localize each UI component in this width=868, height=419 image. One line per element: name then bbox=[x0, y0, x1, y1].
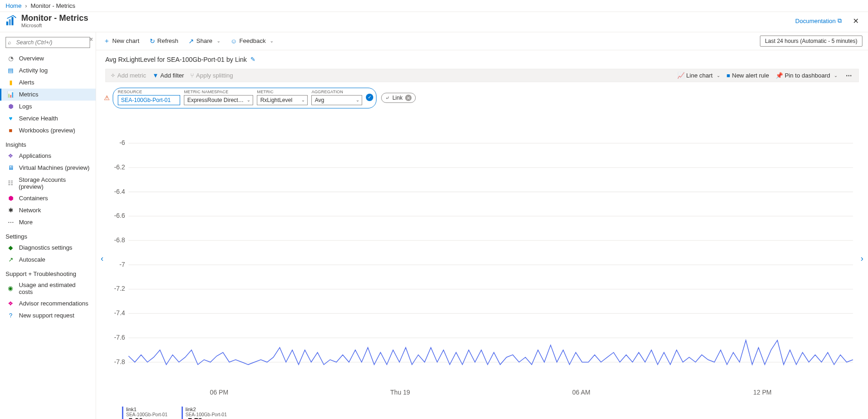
time-range-button[interactable]: Last 24 hours (Automatic - 5 minutes) bbox=[760, 36, 862, 47]
sidebar-item-metrics[interactable]: 📊Metrics bbox=[0, 89, 96, 101]
svg-text:-6: -6 bbox=[119, 139, 125, 146]
sidebar-item-label: Service Health bbox=[19, 115, 58, 122]
chevron-down-icon: ⌄ bbox=[834, 73, 838, 78]
search-input[interactable] bbox=[6, 37, 90, 48]
sidebar-item-logs[interactable]: ⬢Logs bbox=[0, 101, 96, 113]
sidebar-item-icon: ✱ bbox=[7, 207, 14, 214]
sidebar-item-alerts[interactable]: ▮Alerts bbox=[0, 77, 96, 89]
splitting-pill[interactable]: ⤶ Link ✕ bbox=[381, 93, 416, 103]
sidebar-item-label: Storage Accounts (preview) bbox=[19, 176, 90, 190]
breadcrumb-home[interactable]: Home bbox=[6, 2, 22, 9]
share-button[interactable]: ↗Share⌄ bbox=[187, 36, 222, 47]
sidebar-item-icon: ▮ bbox=[7, 79, 14, 86]
sidebar-item-label: Alerts bbox=[19, 79, 34, 86]
svg-text:-6.8: -6.8 bbox=[114, 236, 125, 244]
sidebar-item-label: Containers bbox=[19, 195, 48, 202]
sidebar-item-usage-and-estimated-costs[interactable]: ◉Usage and estimated costs bbox=[0, 279, 96, 298]
sidebar-item-network[interactable]: ✱Network bbox=[0, 204, 96, 216]
sidebar-item-new-support-request[interactable]: ?New support request bbox=[0, 310, 96, 322]
sidebar-item-advisor-recommendations[interactable]: ❖Advisor recommendations bbox=[0, 298, 96, 310]
breadcrumb-separator: › bbox=[23, 2, 29, 9]
legend-value: -7.78 bbox=[186, 417, 227, 419]
sidebar-item-diagnostics-settings[interactable]: ◆Diagnostics settings bbox=[0, 242, 96, 254]
sidebar-item-label: Usage and estimated costs bbox=[19, 281, 90, 295]
legend-item[interactable]: link2SEA-100Gb-Port-01-7.78 bbox=[182, 407, 227, 419]
new-alert-button[interactable]: ■New alert rule bbox=[727, 72, 769, 79]
chart-title: Avg RxLightLevel for SEA-100Gb-Port-01 b… bbox=[105, 56, 247, 63]
sidebar-item-label: Logs bbox=[19, 103, 32, 110]
sidebar-item-workbooks-preview-[interactable]: ■Workbooks (preview) bbox=[0, 125, 96, 137]
metric-select[interactable]: RxLightLevel⌄ bbox=[257, 95, 308, 105]
sidebar-item-icon: ◔ bbox=[7, 55, 14, 62]
sidebar-item-icon: ◆ bbox=[7, 244, 14, 251]
sidebar-item-label: Autoscale bbox=[19, 256, 45, 263]
sidebar-item-service-health[interactable]: ♥Service Health bbox=[0, 113, 96, 125]
sidebar-item-virtual-machines-preview-[interactable]: 🖥Virtual Machines (preview) bbox=[0, 162, 96, 174]
sidebar-item-applications[interactable]: ❖Applications bbox=[0, 150, 96, 162]
new-chart-button[interactable]: ＋New chart bbox=[102, 35, 141, 47]
search-icon: ⌕ bbox=[8, 39, 11, 46]
svg-rect-2 bbox=[12, 17, 13, 25]
share-icon: ↗ bbox=[188, 37, 194, 45]
add-filter-button[interactable]: ▼Add filter bbox=[152, 72, 184, 79]
chart-type-button[interactable]: 📈Line chart⌄ bbox=[677, 72, 720, 79]
edit-title-icon[interactable]: ✎ bbox=[250, 56, 255, 63]
svg-text:Thu 19: Thu 19 bbox=[390, 389, 410, 396]
sidebar-item-storage-accounts-preview-[interactable]: ☷Storage Accounts (preview) bbox=[0, 174, 96, 192]
sidebar-item-icon: ❖ bbox=[7, 152, 14, 160]
documentation-link[interactable]: Documentation ⧉ bbox=[795, 17, 842, 24]
sidebar-item-overview[interactable]: ◔Overview bbox=[0, 53, 96, 65]
sidebar-item-label: Overview bbox=[19, 55, 44, 62]
sidebar-item-containers[interactable]: ⬢Containers bbox=[0, 192, 96, 204]
chevron-down-icon: ⌄ bbox=[716, 73, 720, 78]
sidebar-item-more[interactable]: ⋯More bbox=[0, 216, 96, 228]
page-header: Monitor - Metrics Microsoft Documentatio… bbox=[0, 12, 868, 32]
namespace-select[interactable]: ExpressRoute Direct…⌄ bbox=[184, 95, 253, 105]
monitor-logo-icon bbox=[6, 15, 18, 27]
sidebar-item-icon: ❖ bbox=[7, 300, 14, 307]
sidebar-item-icon: ■ bbox=[7, 127, 14, 134]
aggregation-select[interactable]: Avg⌄ bbox=[311, 95, 362, 105]
legend-item[interactable]: link1SEA-100Gb-Port-01-5.20 bbox=[122, 407, 168, 419]
add-metric-button[interactable]: ✧Add metric bbox=[110, 72, 146, 79]
section-support: Support + Troubleshooting bbox=[0, 266, 96, 279]
sidebar-item-icon: ♥ bbox=[7, 115, 14, 122]
refresh-button[interactable]: ↻Refresh bbox=[148, 36, 181, 47]
close-icon[interactable]: ✕ bbox=[849, 15, 862, 27]
chevron-down-icon: ⌄ bbox=[247, 97, 250, 102]
resource-select[interactable]: SEA-100Gb-Port-01 bbox=[118, 95, 180, 105]
sidebar-item-label: More bbox=[19, 219, 33, 226]
chevron-down-icon: ⌄ bbox=[356, 97, 359, 102]
filter-icon: ▼ bbox=[152, 72, 158, 79]
more-options-button[interactable]: ⋯ bbox=[844, 72, 854, 79]
pin-dashboard-button[interactable]: 📌Pin to dashboard⌄ bbox=[776, 72, 838, 79]
page-title: Monitor - Metrics bbox=[21, 14, 88, 23]
svg-rect-0 bbox=[6, 22, 8, 25]
svg-text:06 PM: 06 PM bbox=[210, 389, 228, 396]
remove-split-icon[interactable]: ✕ bbox=[405, 95, 412, 101]
sidebar-item-label: Advisor recommendations bbox=[19, 300, 88, 307]
sidebar-item-activity-log[interactable]: ▤Activity log bbox=[0, 65, 96, 77]
sidebar-item-label: Activity log bbox=[19, 67, 48, 74]
prev-chart-icon[interactable]: ‹ bbox=[98, 251, 106, 266]
line-chart-icon: 📈 bbox=[677, 72, 685, 79]
sidebar-item-label: Virtual Machines (preview) bbox=[19, 164, 90, 171]
next-chart-icon[interactable]: › bbox=[858, 251, 866, 266]
svg-text:-7: -7 bbox=[119, 260, 125, 268]
sidebar-item-icon: ▤ bbox=[7, 67, 14, 74]
sidebar-item-icon: ⋯ bbox=[7, 219, 14, 226]
sidebar-item-icon: ☷ bbox=[7, 180, 14, 187]
section-settings: Settings bbox=[0, 228, 96, 242]
chart-legend: link1SEA-100Gb-Port-01-5.20link2SEA-100G… bbox=[96, 404, 868, 419]
chart-area: ‹ › -6-6.2-6.4-6.6-6.8-7-7.2-7.4-7.6-7.8… bbox=[105, 113, 859, 404]
apply-splitting-button[interactable]: ⑂Apply splitting bbox=[190, 72, 233, 79]
svg-rect-1 bbox=[9, 19, 11, 25]
breadcrumb-current: Monitor - Metrics bbox=[30, 2, 75, 9]
sidebar-item-icon: ↗ bbox=[7, 256, 14, 263]
sidebar-item-autoscale[interactable]: ↗Autoscale bbox=[0, 254, 96, 266]
svg-text:-6.4: -6.4 bbox=[114, 187, 125, 195]
main-toolbar: ＋New chart ↻Refresh ↗Share⌄ ☺Feedback⌄ L… bbox=[96, 32, 868, 50]
feedback-button[interactable]: ☺Feedback⌄ bbox=[229, 36, 275, 47]
sidebar-item-label: Workbooks (preview) bbox=[19, 127, 75, 134]
sidebar-item-icon: ⬢ bbox=[7, 195, 14, 202]
